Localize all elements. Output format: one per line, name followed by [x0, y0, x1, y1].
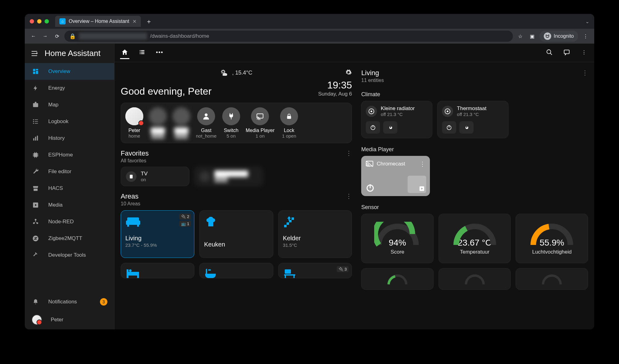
climate-state: off 21.3 °C	[381, 112, 415, 117]
sidebar-item-user[interactable]: Peter	[25, 310, 114, 329]
sensor-card[interactable]	[361, 268, 434, 290]
area-info: 31.5°C	[283, 242, 347, 248]
dashboard-icon	[32, 67, 40, 75]
sidebar-item-energy[interactable]: Energy	[25, 80, 114, 96]
svg-rect-51	[293, 276, 295, 278]
media-chip[interactable]: Media Player 1 on	[246, 107, 275, 139]
area-card-kelder[interactable]: Kelder 31.5°C	[278, 210, 352, 258]
area-card-living[interactable]: 🔌2📺1 Living 23.7°C - 55.9%	[121, 210, 194, 258]
new-tab-button[interactable]: ＋	[146, 17, 152, 26]
power-button[interactable]	[366, 121, 380, 134]
search-icon[interactable]	[545, 47, 554, 59]
tab-more-icon[interactable]	[155, 47, 164, 59]
sidebar-label: Map	[48, 102, 58, 108]
climate-name: Thermostaat	[457, 105, 486, 112]
svg-rect-21	[140, 50, 141, 51]
tab-list[interactable]	[137, 47, 147, 59]
more-icon[interactable]: ⋮	[579, 47, 589, 59]
media-more-icon[interactable]: ⋮	[419, 160, 426, 168]
incognito-badge[interactable]: ᗢ Incognito	[539, 31, 578, 42]
browser-menu-icon[interactable]: ⋮	[581, 32, 590, 41]
sensor-card[interactable]: 23.67 °C Temperatuur	[439, 214, 511, 263]
favorite-card-tv[interactable]: TV on	[121, 167, 189, 186]
sidebar-item-history[interactable]: History	[25, 130, 114, 147]
person-chip[interactable]: Gast not_home	[196, 107, 217, 139]
bell-icon	[32, 298, 40, 306]
network-icon	[32, 218, 40, 226]
sensor-card[interactable]	[516, 268, 588, 290]
sensor-card[interactable]: 55.9% Luchtvochtigheid	[516, 214, 588, 263]
lock-chip[interactable]: Lock 1 open	[280, 107, 298, 139]
lock-icon: 🔒	[69, 33, 76, 40]
climate-card[interactable]: Kleine radiator off 21.3 °C	[361, 101, 432, 138]
person-chip[interactable]: ████████	[172, 107, 190, 139]
address-bar[interactable]: 🔒 /dwains-dashboard/home	[64, 31, 513, 42]
switch-chip[interactable]: Switch 5 on	[222, 107, 240, 139]
tab-title: Overview – Home Assistant	[69, 19, 129, 24]
area-card[interactable]: 🔌3	[278, 263, 352, 278]
list-icon	[32, 118, 40, 126]
chat-icon[interactable]	[562, 47, 571, 59]
person-chip[interactable]: Peter home	[125, 107, 143, 139]
svg-point-32	[222, 71, 224, 73]
weather-icon	[220, 69, 229, 76]
sensor-card[interactable]: 94% Score	[361, 214, 434, 263]
area-card[interactable]	[199, 263, 273, 278]
tab-home[interactable]	[120, 47, 129, 59]
sidebar-item-media[interactable]: Media	[25, 197, 114, 213]
user-avatar-icon	[32, 315, 42, 325]
close-tab-icon[interactable]: ✕	[132, 19, 136, 24]
sensor-label: Temperatuur	[460, 249, 489, 255]
chef-icon	[204, 215, 268, 229]
tabs-overflow-icon[interactable]: ⌄	[585, 19, 589, 24]
bookmark-icon[interactable]: ☆	[516, 32, 525, 41]
window-close-button[interactable]	[30, 19, 34, 24]
svg-rect-7	[35, 119, 38, 120]
favorites-subtitle: All favorites	[121, 158, 149, 164]
reload-button[interactable]: ⟳	[53, 32, 61, 41]
svg-rect-2	[36, 71, 38, 74]
sidebar-item-map[interactable]: Map	[25, 96, 114, 113]
incognito-icon: ᗢ	[544, 32, 551, 40]
svg-point-56	[447, 110, 449, 112]
heat-button[interactable]	[459, 121, 474, 134]
heat-button[interactable]	[383, 121, 397, 134]
favorites-more-icon[interactable]: ⋮	[346, 149, 352, 157]
media-player-card[interactable]: Chromecast ⋮	[361, 156, 430, 196]
sidebar-item-zigbee2mqtt[interactable]: Zigbee2MQTT	[25, 230, 114, 247]
person-avatar-icon	[149, 107, 167, 125]
sidebar-item-overview[interactable]: Overview	[25, 63, 114, 80]
plug-icon	[222, 107, 240, 125]
sidebar-item-esphome[interactable]: ESPHome	[25, 147, 114, 163]
sidebar-item-devtools[interactable]: Developer Tools	[25, 247, 114, 263]
back-button[interactable]: ←	[29, 32, 38, 41]
extensions-icon[interactable]: ▣	[528, 32, 536, 41]
areas-more-icon[interactable]: ⋮	[346, 192, 352, 200]
sensor-card[interactable]	[439, 268, 511, 290]
gear-icon[interactable]	[345, 69, 352, 76]
power-button[interactable]	[442, 121, 456, 134]
area-card[interactable]	[121, 263, 194, 278]
svg-rect-26	[141, 53, 145, 54]
bed-icon	[125, 268, 190, 278]
sidebar-item-file-editor[interactable]: File editor	[25, 163, 114, 180]
sidebar-item-nodered[interactable]: Node-RED	[25, 213, 114, 230]
incognito-label: Incognito	[554, 33, 574, 39]
map-icon	[32, 101, 40, 109]
room-more-icon[interactable]: ⋮	[582, 69, 588, 76]
forward-button[interactable]: →	[41, 32, 50, 41]
climate-card[interactable]: Thermostaat off 21.3 °C	[437, 101, 509, 138]
area-card-keuken[interactable]: Keuken	[199, 210, 273, 258]
media-power-button[interactable]	[366, 183, 375, 192]
person-chip[interactable]: ████████	[149, 107, 167, 139]
hamburger-icon[interactable]	[31, 49, 39, 58]
sidebar-item-logbook[interactable]: Logbook	[25, 113, 114, 130]
window-maximize-button[interactable]	[45, 19, 49, 24]
browser-tab[interactable]: ⌂ Overview – Home Assistant ✕	[55, 16, 141, 27]
tv-icon	[126, 171, 136, 182]
sidebar-item-notifications[interactable]: Notifications 3	[25, 293, 114, 310]
favorite-card[interactable]: █████████████	[194, 167, 263, 186]
chart-icon	[32, 134, 40, 142]
sidebar-item-hacs[interactable]: HACS	[25, 180, 114, 197]
window-minimize-button[interactable]	[37, 19, 41, 24]
